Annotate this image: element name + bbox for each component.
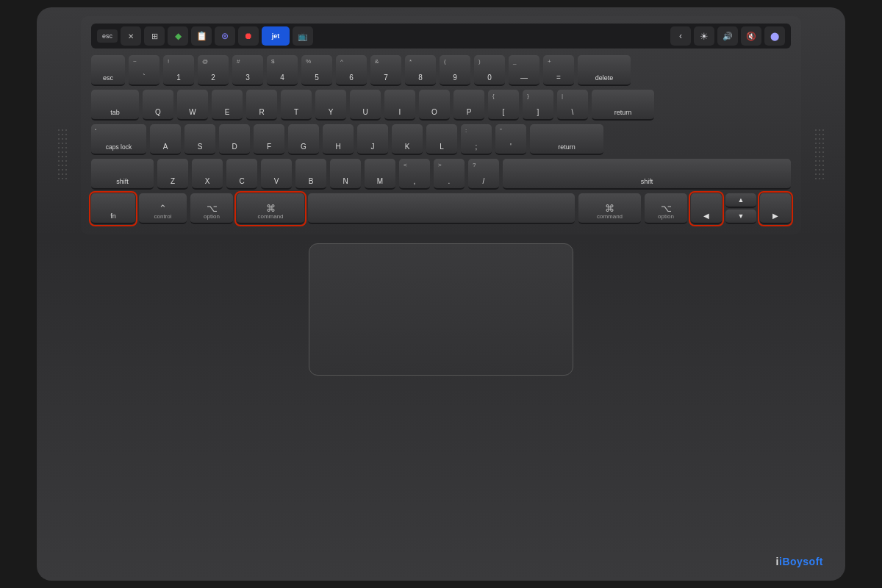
- qwerty-row: tab Q W E R T Y U I O P { [ } ] | \: [91, 90, 791, 121]
- key-tab[interactable]: tab: [91, 90, 139, 121]
- key-delete[interactable]: delete: [578, 55, 631, 86]
- trackpad-area: [81, 234, 801, 376]
- tb-screen[interactable]: 📺: [293, 26, 313, 46]
- tb-esc[interactable]: esc: [97, 29, 118, 43]
- key-9[interactable]: ( 9: [440, 55, 470, 86]
- tb-notes[interactable]: 📋: [191, 26, 212, 46]
- trackpad[interactable]: [309, 243, 573, 376]
- key-command-left[interactable]: ⌘ command: [237, 193, 304, 224]
- key-quote[interactable]: " ': [495, 124, 526, 155]
- key-s[interactable]: S: [184, 124, 215, 155]
- key-option-right[interactable]: ⌥ option: [645, 193, 687, 224]
- key-w[interactable]: W: [177, 90, 208, 121]
- key-h[interactable]: H: [323, 124, 354, 155]
- key-f[interactable]: F: [254, 124, 284, 155]
- tb-close[interactable]: ✕: [121, 26, 141, 46]
- keyboard: esc ✕ ⊞ ◆ 📋 ⊛ ⏺ jet 📺 ‹ ☀ 🔊 🔇 ⬤ esc ~ `: [81, 16, 801, 234]
- key-c[interactable]: C: [226, 159, 257, 190]
- key-6[interactable]: ^ 6: [336, 55, 367, 86]
- key-arrow-up[interactable]: ▲: [725, 193, 756, 208]
- key-i[interactable]: I: [384, 90, 415, 121]
- key-a[interactable]: A: [150, 124, 181, 155]
- key-j[interactable]: J: [357, 124, 388, 155]
- key-return[interactable]: return: [592, 90, 654, 121]
- zxcv-row: shift Z X C V B N M < , > . ? / shift: [91, 159, 791, 190]
- key-command-right[interactable]: ⌘ command: [578, 193, 641, 224]
- key-n[interactable]: N: [330, 159, 361, 190]
- tb-jet[interactable]: jet: [262, 26, 290, 46]
- speaker-left: [51, 81, 74, 228]
- watermark: iiBoysoft: [776, 556, 823, 567]
- key-minus[interactable]: _ —: [509, 55, 539, 86]
- key-1[interactable]: ! 1: [163, 55, 194, 86]
- watermark-boysoft: iBoysoft: [779, 556, 823, 567]
- tb-record[interactable]: ⏺: [238, 26, 259, 46]
- key-equal[interactable]: + =: [543, 55, 574, 86]
- tb-arc[interactable]: ⊛: [215, 26, 235, 46]
- key-fn[interactable]: fn: [91, 193, 135, 224]
- laptop-body: esc ✕ ⊞ ◆ 📋 ⊛ ⏺ jet 📺 ‹ ☀ 🔊 🔇 ⬤ esc ~ `: [37, 7, 845, 581]
- key-x[interactable]: X: [192, 159, 223, 190]
- key-arrow-right[interactable]: ▶: [760, 193, 791, 224]
- key-d[interactable]: D: [219, 124, 250, 155]
- key-8[interactable]: * 8: [405, 55, 436, 86]
- speaker-right: [808, 81, 831, 228]
- key-t[interactable]: T: [281, 90, 312, 121]
- arrow-up-down: ▲ ▼: [725, 193, 756, 224]
- tb-siri[interactable]: ⬤: [764, 26, 785, 46]
- key-5[interactable]: % 5: [301, 55, 332, 86]
- key-shift-left[interactable]: shift: [91, 159, 154, 190]
- key-semicolon[interactable]: : ;: [461, 124, 492, 155]
- key-arrow-left[interactable]: ◀: [691, 193, 722, 224]
- key-4[interactable]: $ 4: [267, 55, 298, 86]
- key-comma[interactable]: < ,: [399, 159, 430, 190]
- key-backslash[interactable]: | \: [557, 90, 588, 121]
- key-space[interactable]: [308, 193, 575, 224]
- tb-leaf[interactable]: ◆: [168, 26, 188, 46]
- key-close-bracket[interactable]: } ]: [523, 90, 553, 121]
- tb-mute[interactable]: 🔇: [741, 26, 761, 46]
- tb-volume[interactable]: 🔊: [717, 26, 738, 46]
- touch-bar: esc ✕ ⊞ ◆ 📋 ⊛ ⏺ jet 📺 ‹ ☀ 🔊 🔇 ⬤: [91, 24, 791, 49]
- key-y[interactable]: Y: [315, 90, 346, 121]
- tb-grid[interactable]: ⊞: [144, 26, 165, 46]
- key-option-left[interactable]: ⌥ option: [190, 193, 233, 224]
- key-esc[interactable]: esc: [91, 55, 125, 86]
- asdf-row: • caps lock A S D F G H J K L : ; " ' re…: [91, 124, 791, 155]
- key-capslock[interactable]: • caps lock: [91, 124, 146, 155]
- key-0[interactable]: ) 0: [474, 55, 505, 86]
- key-k[interactable]: K: [392, 124, 423, 155]
- key-3[interactable]: # 3: [232, 55, 263, 86]
- key-return-2[interactable]: return: [530, 124, 603, 155]
- key-b[interactable]: B: [295, 159, 326, 190]
- key-q[interactable]: Q: [143, 90, 173, 121]
- key-period[interactable]: > .: [434, 159, 465, 190]
- number-row: esc ~ ` ! 1 @ 2 # 3 $ 4 %: [91, 55, 791, 86]
- key-arrow-down[interactable]: ▼: [725, 209, 756, 224]
- key-backtick[interactable]: ~ `: [129, 55, 159, 86]
- key-2[interactable]: @ 2: [198, 55, 229, 86]
- key-open-bracket[interactable]: { [: [488, 90, 519, 121]
- key-control[interactable]: ⌃ control: [139, 193, 187, 224]
- tb-brightness[interactable]: ☀: [694, 26, 714, 46]
- tb-back[interactable]: ‹: [670, 26, 691, 46]
- key-l[interactable]: L: [426, 124, 457, 155]
- key-g[interactable]: G: [288, 124, 319, 155]
- key-p[interactable]: P: [453, 90, 484, 121]
- key-o[interactable]: O: [419, 90, 450, 121]
- key-v[interactable]: V: [261, 159, 292, 190]
- key-e[interactable]: E: [212, 90, 243, 121]
- key-shift-right[interactable]: shift: [503, 159, 791, 190]
- key-7[interactable]: & 7: [370, 55, 401, 86]
- key-r[interactable]: R: [246, 90, 277, 121]
- modifier-row: fn ⌃ control ⌥ option ⌘ command ⌘ comm: [91, 193, 791, 224]
- key-u[interactable]: U: [350, 90, 381, 121]
- key-z[interactable]: Z: [157, 159, 188, 190]
- key-m[interactable]: M: [365, 159, 395, 190]
- key-slash[interactable]: ? /: [468, 159, 499, 190]
